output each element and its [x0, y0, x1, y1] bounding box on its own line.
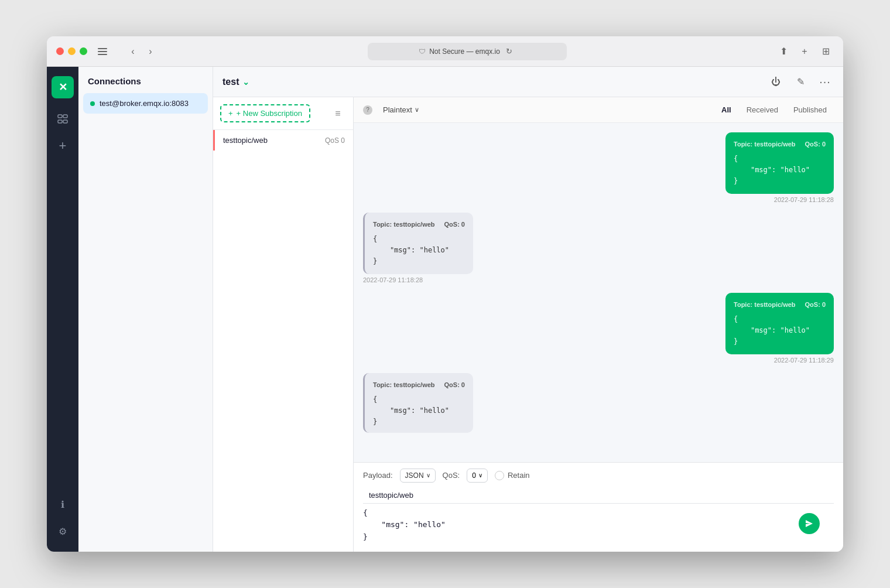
connections-header: Connections	[78, 67, 213, 93]
svg-rect-5	[58, 120, 62, 123]
filter-tab-all[interactable]: All	[714, 103, 738, 117]
main-header: test ⌄ ⏻ ✎ ···	[213, 67, 843, 97]
subscription-qos: QoS 0	[325, 136, 345, 145]
messages-area: ? Plaintext ∨ All Received Published	[354, 97, 843, 552]
message-body: { "msg": "hello" }	[734, 314, 826, 348]
message-meta: Topic: testtopic/web QoS: 0	[373, 220, 465, 230]
forward-button[interactable]: ›	[142, 43, 159, 60]
message-body: { "msg": "hello" }	[373, 394, 465, 428]
subscriptions-toolbar: + + New Subscription ≡	[213, 97, 353, 130]
back-button[interactable]: ‹	[125, 43, 141, 60]
close-button[interactable]	[56, 47, 64, 55]
grid-button[interactable]: ⊞	[817, 43, 834, 60]
subscription-topic: testtopic/web	[223, 136, 268, 145]
message-qos: QoS: 0	[444, 220, 465, 230]
payload-dropdown-icon: ∨	[415, 106, 419, 114]
logo-icon: ✕	[59, 81, 67, 94]
payload-type-label: Plaintext	[383, 105, 412, 114]
subscriptions-panel: + + New Subscription ≡ testtopic/web QoS…	[213, 97, 354, 552]
payload-type-arrow: ∨	[426, 472, 430, 478]
send-button[interactable]	[799, 513, 820, 534]
sidebar-connections-button[interactable]	[52, 108, 74, 130]
left-sidebar: ✕ + ℹ ⚙	[47, 67, 78, 552]
message-meta: Topic: testtopic/web QoS: 0	[373, 380, 465, 391]
plus-icon: +	[228, 109, 233, 118]
message-sent-2: Topic: testtopic/web QoS: 0 { "msg": "he…	[363, 293, 834, 364]
message-bubble-received-2: Topic: testtopic/web QoS: 0 { "msg": "he…	[363, 373, 473, 432]
traffic-lights	[56, 47, 87, 55]
retain-label: Retain	[508, 471, 530, 480]
message-meta: Topic: testtopic/web QoS: 0	[734, 139, 826, 150]
qos-select[interactable]: 0 ∨	[467, 469, 488, 483]
new-subscription-button[interactable]: + + New Subscription	[220, 104, 310, 122]
connection-name: test@broker.emqx.io:8083	[100, 99, 189, 108]
main-title: test ⌄	[222, 77, 249, 87]
power-button[interactable]: ⏻	[767, 73, 785, 91]
sidebar-info-button[interactable]: ℹ	[52, 493, 74, 515]
subscription-filter-button[interactable]: ≡	[330, 105, 346, 122]
navigation-buttons: ‹ ›	[125, 43, 159, 60]
subscription-item[interactable]: testtopic/web QoS 0	[213, 130, 353, 151]
svg-rect-6	[63, 120, 67, 123]
new-tab-button[interactable]: +	[796, 43, 813, 60]
svg-rect-1	[98, 51, 107, 52]
messages-toolbar: ? Plaintext ∨ All Received Published	[354, 97, 843, 123]
message-bubble-sent-1: Topic: testtopic/web QoS: 0 { "msg": "he…	[725, 132, 834, 194]
message-meta: Topic: testtopic/web QoS: 0	[734, 300, 826, 310]
message-bubble-sent-2: Topic: testtopic/web QoS: 0 { "msg": "he…	[725, 293, 834, 354]
payload-type-select[interactable]: JSON ∨	[400, 469, 436, 483]
message-timestamp: 2022-07-29 11:18:29	[774, 357, 834, 364]
address-bar: 🛡 Not Secure — emqx.io ↻	[177, 43, 756, 60]
message-received-1: Topic: testtopic/web QoS: 0 { "msg": "he…	[363, 213, 834, 283]
title-dropdown-icon[interactable]: ⌄	[242, 77, 249, 87]
svg-rect-2	[98, 54, 107, 55]
payload-input[interactable]: { "msg": "hello" }	[363, 507, 834, 543]
filter-tab-received[interactable]: Received	[740, 103, 785, 117]
svg-rect-4	[63, 115, 67, 118]
main-area: test ⌄ ⏻ ✎ ··· + + New Subscript	[213, 67, 843, 552]
payload-type-value: JSON	[405, 471, 424, 480]
payload-type-button[interactable]: Plaintext ∨	[377, 103, 425, 117]
refresh-button[interactable]: ↻	[504, 46, 515, 57]
svg-rect-3	[58, 115, 62, 118]
logo-button[interactable]: ✕	[52, 76, 74, 98]
connection-status-dot	[90, 101, 95, 106]
edit-button[interactable]: ✎	[792, 73, 809, 91]
topic-input[interactable]	[363, 487, 834, 504]
message-qos: QoS: 0	[444, 380, 465, 391]
message-sent-1: Topic: testtopic/web QoS: 0 { "msg": "he…	[363, 132, 834, 203]
message-body: { "msg": "hello" }	[373, 234, 465, 268]
qos-label: QoS:	[443, 471, 460, 480]
filter-tab-published[interactable]: Published	[786, 103, 834, 117]
composer-toolbar: Payload: JSON ∨ QoS: 0 ∨	[363, 469, 834, 483]
message-body: { "msg": "hello" }	[734, 153, 826, 187]
content-area: + + New Subscription ≡ testtopic/web QoS…	[213, 97, 843, 552]
svg-rect-0	[98, 48, 107, 49]
messages-list: Topic: testtopic/web QoS: 0 { "msg": "he…	[354, 123, 843, 462]
message-bubble-received-1: Topic: testtopic/web QoS: 0 { "msg": "he…	[363, 213, 473, 274]
retain-toggle[interactable]: Retain	[495, 471, 530, 480]
connection-item[interactable]: test@broker.emqx.io:8083	[83, 93, 208, 114]
message-timestamp: 2022-07-29 11:18:28	[774, 196, 834, 203]
share-button[interactable]: ⬆	[775, 43, 792, 60]
qos-value: 0	[472, 471, 476, 480]
composer: Payload: JSON ∨ QoS: 0 ∨	[354, 462, 843, 552]
message-topic: Topic: testtopic/web	[373, 220, 435, 230]
message-timestamp: 2022-07-29 11:18:28	[363, 276, 423, 283]
message-topic: Topic: testtopic/web	[734, 300, 796, 310]
sidebar-toggle-button[interactable]	[94, 43, 111, 60]
help-icon: ?	[363, 105, 372, 115]
sidebar-settings-button[interactable]: ⚙	[52, 520, 74, 542]
sidebar-add-button[interactable]: +	[52, 135, 74, 157]
more-options-button[interactable]: ···	[816, 73, 834, 91]
titlebar: ‹ › 🛡 Not Secure — emqx.io ↻ ⬆ + ⊞	[47, 36, 843, 67]
maximize-button[interactable]	[80, 47, 87, 55]
retain-circle	[495, 471, 504, 480]
qos-arrow: ∨	[478, 472, 482, 478]
minimize-button[interactable]	[68, 47, 76, 55]
header-actions: ⏻ ✎ ···	[767, 73, 834, 91]
url-text: Not Secure — emqx.io	[429, 47, 500, 56]
payload-label: Payload:	[363, 471, 393, 480]
connections-panel: Connections test@broker.emqx.io:8083	[78, 67, 213, 552]
connection-title: test	[222, 77, 239, 87]
